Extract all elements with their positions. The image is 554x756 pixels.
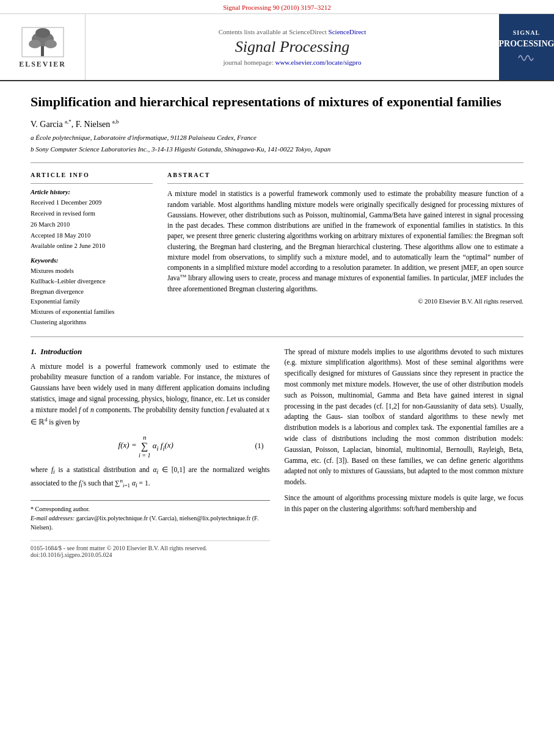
- article-info-heading: ARTICLE INFO: [31, 172, 153, 178]
- keywords-label: Keywords:: [31, 257, 153, 264]
- info-abstract-section: ARTICLE INFO Article history: Received 1…: [31, 172, 523, 327]
- available-date: Available online 2 June 2010: [31, 241, 153, 251]
- journal-center: Contents lists available at ScienceDirec…: [86, 14, 499, 80]
- main-content: 1. Introduction A mixture model is a pow…: [31, 347, 523, 559]
- footnote-area: * Corresponding author. E-mail addresses…: [31, 500, 270, 532]
- elsevier-logo-image: [9, 25, 76, 59]
- elsevier-wordmark: ELSEVIER: [19, 60, 66, 69]
- journal-citation: Signal Processing 90 (2010) 3197–3212: [0, 0, 554, 14]
- homepage-link[interactable]: www.elsevier.com/locate/sigpro: [275, 59, 361, 66]
- intro-para-2: where fi is a statistical distribution a…: [31, 465, 270, 490]
- footnote-star: * Corresponding author.: [31, 504, 270, 514]
- bottom-line-2: doi:10.1016/j.sigpro.2010.05.024: [31, 551, 270, 558]
- keyword-6: Clustering algorithms: [31, 318, 153, 327]
- journal-header: ELSEVIER Contents lists available at Sci…: [0, 14, 554, 81]
- badge-icon: [517, 52, 536, 65]
- badge-line2: PROCESSING: [498, 39, 554, 49]
- divider-1: [31, 162, 523, 163]
- footnote-email: E-mail addresses: garciav@lix.polytechni…: [31, 514, 270, 532]
- divider-abstract: [167, 183, 523, 184]
- sciencedirect-link[interactable]: ScienceDirect: [329, 28, 366, 35]
- badge-line1: SIGNAL: [513, 29, 540, 37]
- keyword-5: Mixtures of exponential families: [31, 307, 153, 317]
- signal-processing-badge: SIGNAL PROCESSING: [499, 14, 554, 80]
- copyright: © 2010 Elsevier B.V. All rights reserved…: [167, 298, 523, 305]
- equation-1: f(x) = n ∑ i = 1 αi fi(x) (1): [31, 434, 270, 459]
- divider-info: [31, 183, 153, 184]
- equation-display: f(x) = n ∑ i = 1 αi fi(x): [37, 434, 255, 459]
- trademark-symbol: TM: [180, 274, 186, 278]
- intro-para-1: A mixture model is a powerful framework …: [31, 362, 270, 428]
- revised-label: Received in revised form: [31, 209, 153, 219]
- accepted-date: Accepted 18 May 2010: [31, 231, 153, 241]
- svg-point-4: [35, 28, 50, 38]
- history-label: Article history:: [31, 189, 153, 195]
- bottom-info: 0165-1684/$ - see front matter © 2010 El…: [31, 540, 270, 558]
- received-date: Received 1 December 2009: [31, 198, 153, 208]
- introduction-column: 1. Introduction A mixture model is a pow…: [31, 347, 270, 559]
- elsevier-logo: ELSEVIER: [0, 14, 86, 80]
- bottom-line-1: 0165-1684/$ - see front matter © 2010 El…: [31, 545, 270, 551]
- journal-title: Signal Processing: [235, 38, 350, 56]
- journal-homepage: journal homepage: www.elsevier.com/locat…: [224, 59, 362, 66]
- article-body: Simplification and hierarchical represen…: [0, 81, 554, 570]
- abstract-heading: ABSTRACT: [167, 172, 523, 178]
- sup-d: d: [45, 416, 48, 423]
- abstract-column: ABSTRACT A mixture model in statistics i…: [167, 172, 523, 327]
- article-info-column: ARTICLE INFO Article history: Received 1…: [31, 172, 153, 327]
- svg-point-2: [29, 40, 41, 48]
- svg-point-3: [45, 40, 57, 48]
- right-para-2: Since the amount of algorithms processin…: [285, 493, 524, 515]
- keyword-1: Mixtures models: [31, 266, 153, 276]
- article-title: Simplification and hierarchical represen…: [31, 93, 523, 111]
- right-column: The spread of mixture models implies to …: [285, 347, 524, 559]
- author-sup-a: a,*: [65, 118, 71, 125]
- elsevier-tree-icon: [21, 27, 64, 57]
- keyword-4: Exponential family: [31, 297, 153, 307]
- keyword-2: Kullback–Leibler divergence: [31, 277, 153, 286]
- svg-rect-0: [41, 45, 44, 56]
- author-sup-ab: a,b: [112, 118, 119, 125]
- right-para-1: The spread of mixture models implies to …: [285, 347, 524, 489]
- abstract-text: A mixture model in statistics is a power…: [167, 189, 523, 294]
- section-1-number: 1.: [31, 347, 37, 356]
- section-1-title: 1. Introduction: [31, 347, 270, 357]
- eq-number-1: (1): [255, 442, 264, 451]
- signal-wave-icon: [517, 52, 536, 64]
- revised-date: 26 March 2010: [31, 220, 153, 230]
- keyword-3: Bregman divergence: [31, 287, 153, 297]
- affiliation-a: a École polytechnique, Laboratoire d'inf…: [31, 133, 523, 143]
- article-authors: V. Garcia a,*, F. Nielsen a,b: [31, 118, 523, 129]
- contents-available-line: Contents lists available at ScienceDirec…: [219, 28, 366, 35]
- affiliation-b: b Sony Computer Science Laboratories Inc…: [31, 144, 523, 154]
- divider-2: [31, 336, 523, 337]
- journal-citation-text: Signal Processing 90 (2010) 3197–3212: [223, 4, 331, 11]
- section-1-label: Introduction: [40, 347, 82, 356]
